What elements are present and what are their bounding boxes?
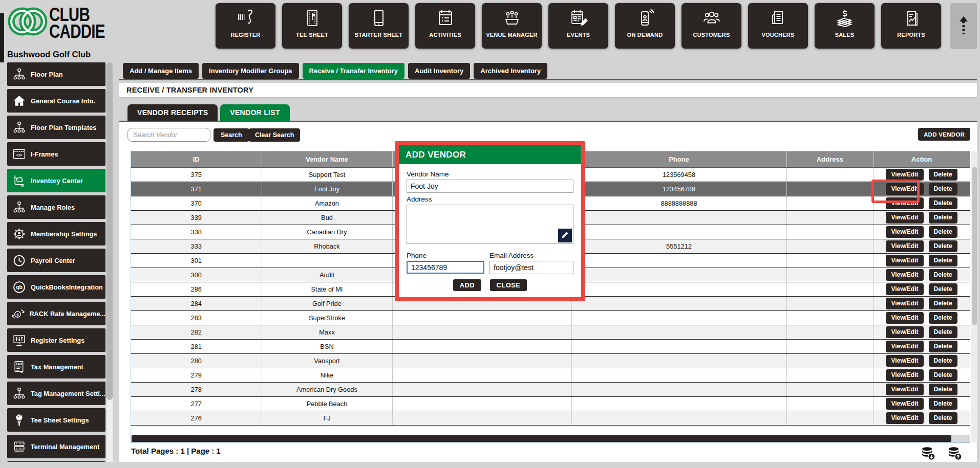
sidebar-item-floor-plan[interactable]: Floor Plan	[7, 62, 105, 86]
sidebar-scrollbar	[106, 62, 113, 468]
view-edit-button[interactable]: View/Edit	[886, 369, 923, 381]
subtab-vendor-receipts[interactable]: VENDOR RECEIPTS	[127, 104, 218, 121]
nav-button-label: REGISTER	[231, 32, 261, 38]
view-edit-button[interactable]: View/Edit	[886, 226, 923, 238]
sidebar-scrollbar-thumb[interactable]	[106, 62, 113, 400]
col-action: Action	[874, 151, 970, 167]
export-data-up-icon[interactable]	[947, 446, 963, 463]
sidebar-item-payroll-center[interactable]: Payroll Center	[7, 249, 105, 272]
scroll-top-button[interactable]	[950, 3, 977, 49]
delete-button[interactable]: Delete	[929, 412, 957, 424]
vendor-name-field[interactable]	[407, 180, 573, 193]
nav-button-tee-sheet[interactable]: TEE SHEET	[282, 3, 342, 49]
view-edit-button[interactable]: View/Edit	[886, 269, 923, 281]
view-edit-button[interactable]: View/Edit	[886, 212, 923, 224]
delete-button[interactable]: Delete	[929, 369, 957, 381]
search-button[interactable]: Search	[214, 128, 249, 142]
cell-hidden	[392, 310, 571, 325]
add-vendor-modal: ADD VENDOR Vendor Name Address Phone	[395, 141, 585, 301]
delete-button[interactable]: Delete	[929, 169, 957, 181]
search-vendor-input[interactable]	[127, 128, 210, 142]
cell-vendor-name: Pebble Beach	[262, 396, 392, 411]
sidebar-item-label: General Course Info.	[31, 97, 95, 105]
tab-add-manage-items[interactable]: Add / Manage Items	[123, 63, 199, 79]
cell-address	[786, 196, 874, 210]
subtab-vendor-list[interactable]: VENDOR LIST	[220, 104, 289, 121]
sidebar-item-tee-sheet-settings[interactable]: Tee Sheet Settings	[7, 408, 105, 432]
sidebar-item-tag-management-setti[interactable]: Tag Management Setti...	[7, 382, 105, 405]
nav-button-starter-sheet[interactable]: STARTER SHEET	[349, 3, 409, 49]
view-edit-button[interactable]: View/Edit	[886, 197, 923, 209]
clear-search-button[interactable]: Clear Search	[249, 128, 300, 142]
add-button[interactable]: ADD	[453, 279, 481, 291]
nav-button-activities[interactable]: ACTIVITIES	[415, 3, 475, 49]
view-edit-button[interactable]: View/Edit	[886, 398, 923, 410]
nav-button-register[interactable]: REGISTER	[216, 3, 275, 49]
delete-button[interactable]: Delete	[929, 326, 957, 338]
view-edit-button[interactable]: View/Edit	[886, 283, 923, 295]
sidebar-item-register-settings[interactable]: Register Settings	[7, 328, 105, 352]
delete-button[interactable]: Delete	[929, 197, 957, 209]
delete-button[interactable]: Delete	[929, 312, 957, 324]
delete-button[interactable]: Delete	[929, 298, 957, 309]
nav-button-on-demand[interactable]: ON DEMAND	[615, 3, 675, 49]
phone-field[interactable]	[407, 261, 484, 274]
view-edit-button[interactable]: View/Edit	[886, 240, 923, 252]
view-edit-button[interactable]: View/Edit	[886, 312, 923, 324]
delete-button[interactable]: Delete	[929, 183, 957, 195]
org-chart-icon	[7, 68, 31, 81]
tab-archived-inventory[interactable]: Archived Inventory	[474, 63, 547, 79]
delete-button[interactable]: Delete	[929, 384, 957, 395]
delete-button[interactable]: Delete	[929, 212, 957, 224]
delete-button[interactable]: Delete	[929, 269, 957, 281]
delete-button[interactable]: Delete	[929, 226, 957, 238]
table-vertical-scrollbar-thumb[interactable]	[972, 167, 977, 325]
view-edit-button[interactable]: View/Edit	[886, 326, 923, 338]
delete-button[interactable]: Delete	[929, 255, 957, 266]
tab-audit-inventory[interactable]: Audit Inventory	[408, 63, 470, 79]
view-edit-button[interactable]: View/Edit	[886, 183, 923, 195]
edit-address-button[interactable]	[558, 229, 572, 242]
add-vendor-button[interactable]: ADD VENDOR	[918, 128, 970, 141]
cell-action: View/EditDelete	[874, 411, 970, 425]
delete-button[interactable]: Delete	[929, 355, 957, 367]
sidebar-item-quickbooksintegration[interactable]: qbQuickBooksIntegration	[7, 275, 105, 299]
email-address-field[interactable]	[489, 261, 573, 274]
nav-button-events[interactable]: EVENTS	[548, 3, 608, 49]
sidebar-item-membership-settings[interactable]: Membership Settings	[7, 222, 105, 246]
sidebar-item-general-course-info[interactable]: General Course Info.	[7, 89, 105, 113]
delete-button[interactable]: Delete	[929, 341, 957, 352]
close-button[interactable]: CLOSE	[490, 279, 527, 291]
sidebar-item-tax-management[interactable]: TAXTax Management	[7, 355, 105, 378]
table-row: 281BSNView/EditDelete	[131, 339, 970, 353]
nav-button-reports[interactable]: REPORTS	[881, 3, 941, 49]
delete-button[interactable]: Delete	[929, 398, 957, 410]
sidebar-item-i-frames[interactable]: </>I-Frames	[7, 142, 105, 166]
cell-address	[786, 325, 874, 339]
view-edit-button[interactable]: View/Edit	[886, 341, 923, 352]
nav-button-venue-manager[interactable]: VENUE MANAGER	[482, 3, 542, 49]
delete-button[interactable]: Delete	[929, 240, 957, 252]
nav-button-customers[interactable]: CUSTOMERS	[681, 3, 741, 49]
sidebar-item-floor-plan-templates[interactable]: Floor Plan Templates	[7, 116, 105, 139]
export-data-down-icon[interactable]	[921, 446, 936, 463]
nav-button-vouchers[interactable]: VOUCHERS	[748, 3, 808, 49]
tab-receive-transfer-inventory[interactable]: Receive / Transfer Inventory	[303, 63, 404, 79]
address-field[interactable]	[407, 205, 573, 244]
view-edit-button[interactable]: View/Edit	[886, 384, 923, 395]
table-horizontal-scrollbar-thumb[interactable]	[132, 435, 951, 442]
delete-button[interactable]: Delete	[929, 283, 957, 295]
nav-button-sales[interactable]: SALES	[815, 3, 875, 49]
sidebar-item-manage-roles[interactable]: Manage Roles	[7, 195, 105, 219]
sidebar-item-rack-rate-manageme[interactable]: $RACK Rate Manageme...	[7, 302, 105, 325]
view-edit-button[interactable]: View/Edit	[886, 298, 923, 309]
view-edit-button[interactable]: View/Edit	[886, 412, 923, 424]
cell-phone: 123456789	[571, 182, 786, 196]
view-edit-button[interactable]: View/Edit	[886, 355, 923, 367]
sidebar-item-terminal-management[interactable]: Terminal Management	[7, 435, 105, 458]
tab-inventory-modifier-groups[interactable]: Inventory Modifier Groups	[202, 63, 299, 79]
sidebar-item-inventory-center[interactable]: Inventory Center	[7, 169, 105, 192]
view-edit-button[interactable]: View/Edit	[886, 169, 923, 181]
view-edit-button[interactable]: View/Edit	[886, 255, 923, 266]
server-stack-icon	[7, 440, 31, 454]
